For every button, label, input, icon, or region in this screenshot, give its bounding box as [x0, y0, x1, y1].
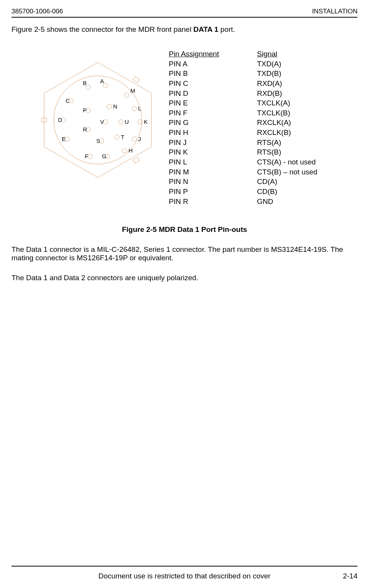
pin-label: M	[130, 87, 135, 94]
table-row: PIN LCTS(A) - not used	[169, 157, 317, 167]
pin-label: S	[96, 138, 100, 144]
signal-cell: CD(A)	[257, 177, 277, 187]
pin-cell: PIN P	[169, 187, 257, 197]
intro-bold: DATA 1	[193, 25, 218, 33]
paragraph-1: The Data 1 connector is a MIL-C-26482, S…	[12, 245, 357, 262]
table-row: PIN BTXD(B)	[169, 69, 317, 79]
table-row: PIN RGND	[169, 197, 317, 207]
pin-label: N	[113, 103, 117, 110]
pin-hole-icon	[122, 148, 127, 153]
pin-label: J	[138, 136, 141, 142]
table-row: PIN HRXCLK(B)	[169, 128, 317, 138]
signal-cell: CTS(A) - not used	[257, 157, 316, 167]
pin-label: B	[83, 80, 87, 86]
pin-hole-icon	[138, 120, 142, 124]
signal-cell: TXD(A)	[257, 59, 281, 69]
signal-cell: CTS(B) – not used	[257, 167, 317, 177]
notch-icon	[133, 157, 139, 163]
pin-layer: ABMCNLPDVUKRESTJHFG	[58, 78, 148, 159]
signal-cell: TXCLK(A)	[257, 98, 290, 108]
page: 385700-1006-006 INSTALLATION Figure 2-5 …	[0, 0, 369, 588]
pin-label: A	[100, 78, 104, 84]
pin-cell: PIN E	[169, 98, 257, 108]
pin-hole-icon	[119, 120, 123, 124]
signal-cell: RTS(B)	[257, 147, 281, 157]
pin-cell: PIN J	[169, 138, 257, 148]
pin-label: D	[58, 117, 62, 123]
figure-row: ABMCNLPDVUKRESTJHFG Pin Assignment Signa…	[38, 49, 357, 206]
pin-cell: PIN N	[169, 177, 257, 187]
pin-label: F	[85, 153, 88, 159]
table-row: PIN ATXD(A)	[169, 59, 317, 69]
pin-rows: PIN ATXD(A)PIN BTXD(B)PIN CRXD(A)PIN DRX…	[169, 59, 317, 207]
footer: Document use is restricted to that descr…	[12, 572, 357, 580]
pin-label: H	[128, 147, 133, 154]
figure-caption: Figure 2-5 MDR Data 1 Port Pin-outs	[12, 225, 357, 234]
signal-cell: TXD(B)	[257, 69, 281, 79]
signal-cell: RXCLK(A)	[257, 118, 291, 128]
pin-cell: PIN M	[169, 167, 257, 177]
table-row: PIN JRTS(A)	[169, 138, 317, 148]
signal-cell: RTS(A)	[257, 138, 281, 148]
pin-cell: PIN F	[169, 108, 257, 118]
pin-label: T	[121, 134, 124, 140]
header: 385700-1006-006 INSTALLATION	[12, 8, 357, 15]
pin-cell: PIN C	[169, 79, 257, 89]
pin-cell: PIN R	[169, 197, 257, 207]
header-left: 385700-1006-006	[12, 8, 63, 15]
header-signal: Signal	[257, 49, 277, 59]
pin-label: G	[102, 153, 107, 159]
pin-cell: PIN K	[169, 147, 257, 157]
table-row: PIN MCTS(B) – not used	[169, 167, 317, 177]
signal-cell: GND	[257, 197, 273, 207]
signal-cell: RXD(B)	[257, 89, 282, 99]
pin-label: L	[138, 105, 141, 112]
table-row: PIN NCD(A)	[169, 177, 317, 187]
pin-label: R	[83, 126, 87, 133]
signal-cell: CD(B)	[257, 187, 277, 197]
pin-hole-icon	[132, 137, 137, 141]
intro-prefix: Figure 2-5 shows the connector for the M…	[12, 25, 193, 33]
signal-cell: RXD(A)	[257, 79, 282, 89]
pin-hole-icon	[115, 135, 119, 140]
pin-label: P	[83, 107, 87, 113]
table-row: PIN DRXD(B)	[169, 89, 317, 99]
signal-cell: TXCLK(B)	[257, 108, 290, 118]
header-pin: Pin Assignment	[169, 49, 257, 59]
pin-cell: PIN B	[169, 69, 257, 79]
pin-label: K	[144, 118, 148, 125]
pin-label: V	[100, 118, 104, 125]
pin-hole-icon	[107, 104, 112, 109]
signal-cell: RXCLK(B)	[257, 128, 291, 138]
pin-cell: PIN G	[169, 118, 257, 128]
pin-label: C	[66, 97, 70, 104]
table-row: PIN FTXCLK(B)	[169, 108, 317, 118]
footer-center: Document use is restricted to that descr…	[12, 572, 357, 580]
intro-suffix: port.	[218, 25, 235, 33]
pin-cell: PIN D	[169, 89, 257, 99]
pin-hole-icon	[132, 106, 137, 111]
connector-svg: ABMCNLPDVUKRESTJHFG	[38, 61, 157, 179]
pin-assignment-table: Pin Assignment Signal PIN ATXD(A)PIN BTX…	[169, 49, 317, 206]
table-row: PIN KRTS(B)	[169, 147, 317, 157]
notch-icon	[133, 77, 139, 83]
table-row: PIN ETXCLK(A)	[169, 98, 317, 108]
paragraph-2: The Data 1 and Data 2 connectors are uni…	[12, 274, 357, 282]
pin-cell: PIN A	[169, 59, 257, 69]
pin-cell: PIN H	[169, 128, 257, 138]
header-rule	[12, 17, 357, 18]
pin-hole-icon	[88, 154, 92, 159]
footer-rule	[12, 566, 357, 567]
pin-label: E	[62, 136, 66, 142]
connector-diagram: ABMCNLPDVUKRESTJHFG	[38, 61, 157, 179]
pin-cell: PIN L	[169, 157, 257, 167]
table-row: PIN GRXCLK(A)	[169, 118, 317, 128]
table-header: Pin Assignment Signal	[169, 49, 317, 59]
intro-text: Figure 2-5 shows the connector for the M…	[12, 25, 357, 34]
pin-label: U	[125, 118, 129, 125]
pin-hole-icon	[124, 93, 129, 97]
table-row: PIN CRXD(A)	[169, 79, 317, 89]
table-row: PIN PCD(B)	[169, 187, 317, 197]
header-right: INSTALLATION	[312, 8, 357, 15]
